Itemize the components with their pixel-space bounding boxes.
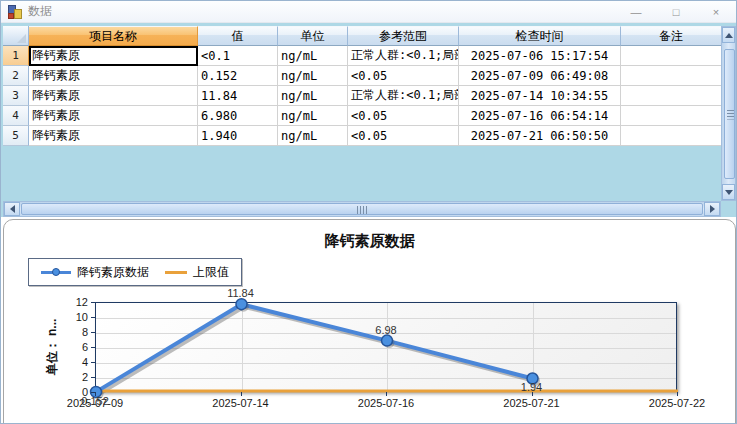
y-tick-label: 2 xyxy=(4,371,88,383)
y-tick-mark xyxy=(91,317,95,318)
column-header-range[interactable]: 参考范围 xyxy=(348,26,459,46)
grid-cell-name[interactable]: 降钙素原 xyxy=(29,126,198,146)
legend-label-series: 降钙素原数据 xyxy=(77,264,149,281)
grid-cell-range[interactable]: <0.05 xyxy=(348,126,459,146)
chart-panel: 降钙素原数据 降钙素原数据 上限值 单位： n... 0246810122025… xyxy=(3,219,736,424)
grid-cell-note[interactable] xyxy=(621,106,722,126)
grid-cell-note[interactable] xyxy=(621,66,722,86)
vertical-scrollbar[interactable] xyxy=(721,26,736,201)
grid-cell-name[interactable]: 降钙素原 xyxy=(29,46,198,66)
horizontal-scrollbar[interactable] xyxy=(3,201,721,217)
grid-header: 项目名称 值 单位 参考范围 检查时间 备注 xyxy=(3,26,722,46)
y-tick-mark xyxy=(91,362,95,363)
table-row[interactable]: 1降钙素原<0.1ng/mL正常人群:<0.1;局部2025-07-06 15:… xyxy=(3,46,722,66)
grid-cell-note[interactable] xyxy=(621,126,722,146)
grid-cell-name[interactable]: 降钙素原 xyxy=(29,106,198,126)
table-row[interactable]: 4降钙素原6.980ng/mL<0.052025-07-16 06:54:14 xyxy=(3,106,722,126)
legend-label-limit: 上限值 xyxy=(193,264,229,281)
arrow-down-icon xyxy=(725,190,733,195)
grid-cell-time[interactable]: 2025-07-14 10:34:55 xyxy=(459,86,621,106)
column-header-name[interactable]: 项目名称 xyxy=(29,26,198,46)
grid-cell-value[interactable]: 6.980 xyxy=(198,106,278,126)
plot-area xyxy=(95,302,677,392)
vertical-scroll-thumb[interactable] xyxy=(724,49,735,179)
minimize-button[interactable]: — xyxy=(616,1,656,23)
column-header-time[interactable]: 检查时间 xyxy=(459,26,621,46)
thumb-grip-icon xyxy=(357,206,368,214)
x-tick-label: 2025-07-14 xyxy=(196,397,286,409)
column-header-value[interactable]: 值 xyxy=(198,26,278,46)
grid-cell-time[interactable]: 2025-07-21 06:50:50 xyxy=(459,126,621,146)
table-row[interactable]: 5降钙素原1.940ng/mL<0.052025-07-21 06:50:50 xyxy=(3,126,722,146)
y-tick-mark xyxy=(91,332,95,333)
grid-rows: 1降钙素原<0.1ng/mL正常人群:<0.1;局部2025-07-06 15:… xyxy=(3,46,722,146)
grid-cell-unit[interactable]: ng/mL xyxy=(278,126,348,146)
x-tick-label: 2025-07-16 xyxy=(341,397,431,409)
table-row[interactable]: 2降钙素原0.152ng/mL<0.052025-07-09 06:49:08 xyxy=(3,66,722,86)
grid-cell-name[interactable]: 降钙素原 xyxy=(29,86,198,106)
legend-item-limit: 上限值 xyxy=(165,264,229,281)
row-header[interactable]: 5 xyxy=(3,126,29,146)
horizontal-scroll-thumb[interactable] xyxy=(21,203,703,215)
grid-cell-unit[interactable]: ng/mL xyxy=(278,106,348,126)
grid-cell-time[interactable]: 2025-07-16 06:54:14 xyxy=(459,106,621,126)
grid-cell-unit[interactable]: ng/mL xyxy=(278,86,348,106)
chart-title: 降钙素原数据 xyxy=(4,232,735,251)
grid-cell-time[interactable]: 2025-07-06 15:17:54 xyxy=(459,46,621,66)
x-tick-mark xyxy=(241,392,242,396)
data-point-label: 0.152 xyxy=(73,395,117,407)
grid-cell-range[interactable]: <0.05 xyxy=(348,66,459,86)
row-header[interactable]: 1 xyxy=(3,46,29,66)
row-header[interactable]: 2 xyxy=(3,66,29,86)
data-grid: 项目名称 值 单位 参考范围 检查时间 备注 1降钙素原<0.1ng/mL正常人… xyxy=(3,26,722,146)
grid-cell-range[interactable]: 正常人群:<0.1;局部 xyxy=(348,86,459,106)
limit-line-icon xyxy=(165,271,187,274)
arrow-left-icon xyxy=(10,205,15,213)
table-row[interactable]: 3降钙素原11.84ng/mL正常人群:<0.1;局部2025-07-14 10… xyxy=(3,86,722,106)
x-tick-label: 2025-07-22 xyxy=(632,397,722,409)
column-header-note[interactable]: 备注 xyxy=(621,26,722,46)
grid-cell-range[interactable]: 正常人群:<0.1;局部 xyxy=(348,46,459,66)
x-tick-label: 2025-07-21 xyxy=(487,397,577,409)
grid-corner-cell[interactable] xyxy=(3,26,29,46)
grid-cell-value[interactable]: <0.1 xyxy=(198,46,278,66)
grid-cell-time[interactable]: 2025-07-09 06:49:08 xyxy=(459,66,621,86)
arrow-right-icon xyxy=(710,205,715,213)
table-panel: 项目名称 值 单位 参考范围 检查时间 备注 1降钙素原<0.1ng/mL正常人… xyxy=(1,23,736,217)
series-line-marker-icon xyxy=(41,268,71,277)
close-button[interactable]: × xyxy=(696,1,736,23)
chart-legend: 降钙素原数据 上限值 xyxy=(28,258,242,286)
maximize-button[interactable]: □ xyxy=(656,1,696,23)
grid-cell-range[interactable]: <0.05 xyxy=(348,106,459,126)
scroll-right-button[interactable] xyxy=(704,202,720,216)
grid-cell-value[interactable]: 11.84 xyxy=(198,86,278,106)
row-header[interactable]: 3 xyxy=(3,86,29,106)
y-tick-mark xyxy=(91,302,95,303)
x-tick-mark xyxy=(677,392,678,396)
grid-cell-note[interactable] xyxy=(621,86,722,106)
y-tick-label: 6 xyxy=(4,341,88,353)
y-tick-mark xyxy=(91,347,95,348)
y-tick-mark xyxy=(91,377,95,378)
app-icon xyxy=(8,5,22,19)
thumb-grip-icon xyxy=(727,109,734,120)
y-tick-label: 12 xyxy=(4,296,88,308)
scroll-down-button[interactable] xyxy=(722,184,735,200)
x-tick-mark xyxy=(386,392,387,396)
scroll-up-button[interactable] xyxy=(722,27,735,43)
grid-cell-unit[interactable]: ng/mL xyxy=(278,66,348,86)
row-header[interactable]: 4 xyxy=(3,106,29,126)
arrow-up-icon xyxy=(725,33,733,38)
grid-cell-value[interactable]: 0.152 xyxy=(198,66,278,86)
grid-cell-name[interactable]: 降钙素原 xyxy=(29,66,198,86)
grid-cell-unit[interactable]: ng/mL xyxy=(278,46,348,66)
data-point-label: 1.94 xyxy=(510,381,554,393)
grid-cell-value[interactable]: 1.940 xyxy=(198,126,278,146)
column-header-unit[interactable]: 单位 xyxy=(278,26,348,46)
app-window: 数据 — □ × 项目名称 值 单位 参考范围 检查时间 备注 1降钙素原<0.… xyxy=(0,0,737,424)
corner-triangle-icon xyxy=(17,34,26,43)
data-point-label: 6.98 xyxy=(364,324,408,336)
grid-cell-note[interactable] xyxy=(621,46,722,66)
title-bar: 数据 — □ × xyxy=(1,1,736,23)
scroll-left-button[interactable] xyxy=(4,202,20,216)
